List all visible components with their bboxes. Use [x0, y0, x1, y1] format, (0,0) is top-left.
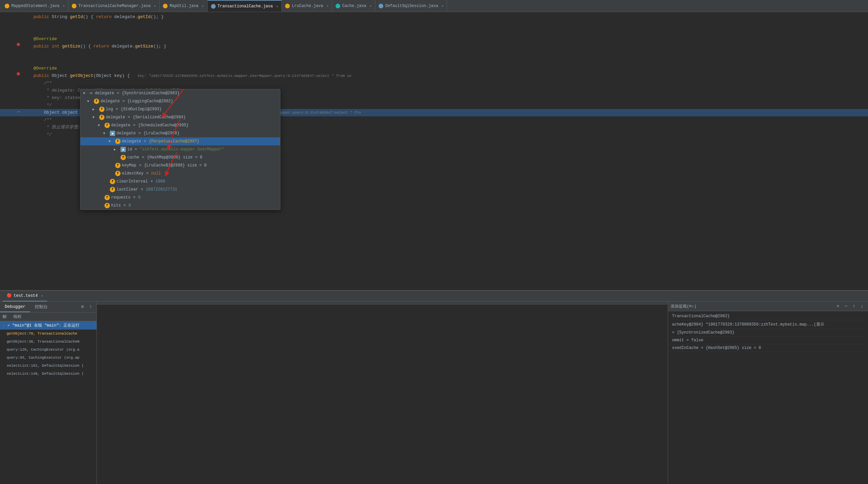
debug-value-0: {SynchronizedCache@2983}	[122, 91, 180, 95]
watch-item-1[interactable]: acheKey@2984} "1001770329:1378089356:zzh…	[669, 320, 867, 329]
tab-close-tc[interactable]: ✕	[276, 4, 278, 8]
debug-name-10: eldestKey	[122, 171, 144, 176]
debug-name-9: keyMap	[122, 163, 136, 168]
debug-eq-12: =	[141, 187, 143, 192]
tab-close-cache[interactable]: ✕	[370, 4, 372, 8]
thread-status-icon: ✓	[3, 323, 5, 328]
debug-name-4: delegate	[111, 123, 130, 128]
code-line: public int getSize() { return delegate.g…	[0, 43, 868, 50]
frame-item-3[interactable]: query:95, CachingExecutor (org.ap	[0, 354, 96, 362]
watch-item-4[interactable]: ssedInCache = {HashSet@2985} size = 0	[669, 344, 867, 352]
debug-item-14[interactable]: f hits = 0	[81, 202, 280, 209]
tab-cache[interactable]: Cache.java ✕	[332, 0, 375, 12]
debug-tooltip: ▼ ∞ delegate = {SynchronizedCache@2983} …	[80, 89, 280, 210]
debug-item-9[interactable]: f keyMap = {LruCache$1@2998} size = 0	[81, 162, 280, 169]
tab-maputil[interactable]: MapUtil.java ✕	[160, 0, 207, 12]
frame-label-2: query:120, CachingExecutor (org.a	[7, 348, 80, 352]
debug-icon-7: ▣	[121, 147, 126, 152]
debug-value-2: {StdOutImpl@2993}	[121, 107, 162, 112]
code-area: ⚠ 7 ✓ 1 public String getId() { return d…	[0, 12, 868, 484]
btn-resume[interactable]: ↑	[87, 304, 94, 310]
watch-item-3[interactable]: ommit = false	[669, 337, 867, 344]
tab-lrucache[interactable]: LruCache.java ✕	[282, 0, 332, 12]
debug-value-11: 1000	[156, 179, 165, 184]
line-code: public int getSize() { return delegate.g…	[22, 43, 868, 50]
tab-debugger[interactable]: Debugger	[0, 302, 30, 312]
line-gutter	[15, 43, 22, 46]
debug-item-0[interactable]: ▼ ∞ delegate = {SynchronizedCache@2983}	[81, 89, 280, 97]
debug-item-12[interactable]: f lastClear = 1687228127731	[81, 186, 280, 194]
watch-up-btn[interactable]: ↑	[850, 303, 857, 310]
breakpoint-dot[interactable]	[17, 43, 20, 46]
label-thread: 线程	[13, 314, 21, 319]
bottom-tabs: 🔴 test.test4 ✕	[0, 291, 868, 302]
collapse-arrow-4[interactable]: ▼	[98, 124, 103, 127]
tab-icon-maputil	[163, 4, 167, 8]
debug-item-13[interactable]: f requests = 0	[81, 194, 280, 202]
tab-mapped-statement[interactable]: MappedStatement.java ✕	[1, 0, 68, 12]
thread-item-main[interactable]: ✓ ✓ "main"@1 在组 "main": 正在运行	[0, 321, 96, 330]
watch-item-0[interactable]: TransactionalCache@2982}	[669, 313, 867, 320]
tab-close-mapped[interactable]: ✕	[63, 4, 65, 8]
tab-close-dss[interactable]: ✕	[441, 4, 443, 8]
debug-eq-4: =	[133, 123, 135, 128]
tab-console[interactable]: 控制台	[30, 302, 53, 312]
debug-icon-4: f	[104, 123, 110, 128]
debug-item-11[interactable]: f clearInterval = 1000	[81, 177, 280, 186]
debug-item-5[interactable]: ▼ ▣ delegate = {LruCache@2996}	[81, 130, 280, 137]
frame-label-0: getObject:70, TransactionalCache	[7, 332, 77, 336]
collapse-arrow-2[interactable]: ▶	[92, 107, 98, 111]
watch-remove-btn[interactable]: −	[843, 303, 849, 310]
line-code: /**	[22, 80, 868, 87]
debug-item-4[interactable]: ▼ f delegate = {ScheduledCache@2995}	[81, 121, 280, 130]
btn-list[interactable]: ≡	[79, 304, 86, 310]
tab-icon-cache	[336, 4, 340, 8]
debug-item-6[interactable]: ▼ f delegate = {PerpetualCache@2997}	[81, 137, 280, 145]
code-line: @Override	[0, 35, 868, 43]
frame-item-5[interactable]: selectList:148, DefaultSqlSession (	[0, 370, 96, 378]
code-line: public Object getObject(Object key) { ke…	[0, 72, 868, 80]
frame-item-4[interactable]: selectList:161, DefaultSqlSession (	[0, 362, 96, 370]
watch-down-btn[interactable]: ↓	[859, 303, 865, 310]
tab-console-label: 控制台	[35, 304, 48, 310]
debug-item-8[interactable]: f cache = {HashMap@3000} size = 0	[81, 153, 280, 162]
frame-item-2[interactable]: query:120, CachingExecutor (org.a	[0, 346, 96, 354]
line-gutter: →	[15, 109, 22, 114]
debug-icon-5: ▣	[110, 131, 115, 136]
debug-name-1: delegate	[100, 99, 120, 104]
frame-item-0[interactable]: getObject:70, TransactionalCache	[0, 330, 96, 338]
debug-value-13: 0	[138, 195, 141, 200]
collapse-arrow-1[interactable]: ▼	[87, 99, 92, 103]
debug-item-10[interactable]: f eldestKey = null	[81, 169, 280, 177]
tab-transactional-cache-manager[interactable]: TransactionalCacheManager.java ✕	[68, 0, 160, 12]
watch-add-btn[interactable]: +	[835, 303, 841, 310]
tab-close-lru[interactable]: ✕	[327, 4, 329, 8]
debug-vars-toolbar	[97, 302, 668, 305]
collapse-arrow-3[interactable]: ▼	[92, 116, 98, 119]
watch-item-2[interactable]: = {SynchronizedCache@2983}	[669, 329, 867, 337]
collapse-arrow-0[interactable]: ▼	[83, 92, 89, 95]
debug-vars-panel	[97, 302, 668, 484]
thread-label: ✓ "main"@1 在组 "main": 正在运行	[7, 323, 80, 328]
collapse-arrow-6[interactable]: ▼	[108, 140, 114, 143]
tab-default-sql-session[interactable]: DefaultSqlSession.java ✕	[375, 0, 447, 12]
debug-item-7[interactable]: ▶ ▣ id = "zzhTest.mybatis.mapper.UserMap…	[81, 145, 280, 153]
frame-item-1[interactable]: getObject:36, TransactionalCacheN	[0, 338, 96, 346]
code-line: @Override	[0, 65, 868, 72]
collapse-arrow-5[interactable]: ▼	[103, 132, 108, 135]
bottom-tab-test[interactable]: 🔴 test.test4 ✕	[3, 291, 47, 302]
debug-item-2[interactable]: ▶ f log = {StdOutImpl@2993}	[81, 105, 280, 113]
breakpoint-dot[interactable]	[17, 72, 20, 76]
line-code: public Object getObject(Object key) { ke…	[22, 72, 868, 80]
collapse-arrow-7[interactable]: ▶	[114, 147, 119, 151]
debug-item-3[interactable]: ▼ f delegate = {SerializedCache@2994}	[81, 113, 280, 121]
tab-close-tcm[interactable]: ✕	[154, 4, 156, 8]
debug-item-1[interactable]: ▼ f delegate = {LoggingCache@2992}	[81, 97, 280, 105]
bottom-tab-close-test[interactable]: ✕	[41, 294, 43, 298]
tab-close-maputil[interactable]: ✕	[202, 4, 204, 8]
tab-icon-tc	[211, 4, 216, 9]
tab-icon-dss	[379, 4, 383, 8]
tab-label-tcm: TransactionalCacheManager.java	[79, 4, 151, 8]
tab-transactional-cache[interactable]: TransactionalCache.java ✕	[208, 0, 282, 12]
frame-label-4: selectList:161, DefaultSqlSession (	[7, 364, 84, 368]
